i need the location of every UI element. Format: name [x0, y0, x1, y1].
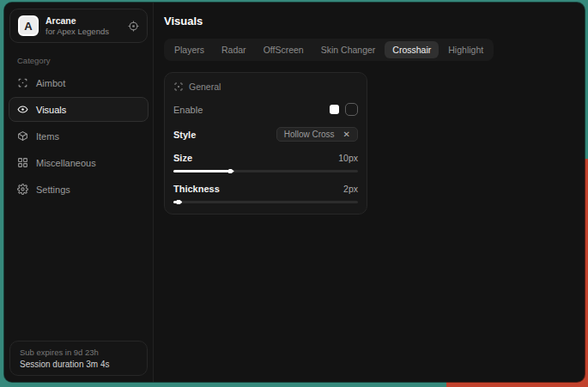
sidebar-item-label: Aimbot	[36, 78, 65, 88]
size-row: Size 10px	[173, 153, 358, 163]
sidebar-item-items[interactable]: Items	[9, 124, 149, 148]
brand-card: A Arcane for Apex Legends	[9, 9, 148, 43]
tab-skin-changer[interactable]: Skin Changer	[313, 41, 384, 58]
gear-icon	[17, 184, 28, 195]
tab-players[interactable]: Players	[167, 41, 212, 58]
visuals-tabbar: Players Radar OffScreen Skin Changer Cro…	[164, 39, 494, 61]
style-row: Style Hollow Cross ✕	[173, 127, 358, 142]
enable-keybind-box[interactable]	[345, 103, 358, 116]
sub-expires-text: Sub expires in 9d 23h	[20, 348, 137, 357]
thickness-slider-handle[interactable]	[177, 199, 183, 205]
style-label: Style	[173, 130, 196, 140]
enable-controls	[330, 103, 358, 116]
tab-offscreen[interactable]: OffScreen	[256, 41, 312, 58]
general-card: General Enable Style Hollow Cross ✕ Size…	[164, 72, 367, 215]
sidebar-item-visuals[interactable]: Visuals	[9, 97, 149, 122]
main-content: Visuals Players Radar OffScreen Skin Cha…	[154, 3, 585, 382]
size-slider-handle[interactable]	[228, 168, 234, 174]
grid-icon	[17, 157, 28, 168]
thickness-row: Thickness 2px	[173, 184, 358, 194]
target-icon[interactable]	[128, 21, 139, 32]
sidebar-item-label: Settings	[36, 184, 70, 195]
eye-icon	[17, 104, 28, 115]
app-window: A Arcane for Apex Legends Category	[4, 3, 585, 382]
app-subtitle: for Apex Legends	[45, 27, 109, 36]
enable-label: Enable	[173, 105, 203, 115]
size-slider-fill	[173, 170, 231, 172]
sidebar-item-label: Visuals	[36, 105, 66, 115]
app-title: Arcane	[45, 15, 109, 26]
enable-row: Enable	[173, 103, 358, 116]
style-selected-value: Hollow Cross	[284, 130, 335, 139]
tab-crosshair[interactable]: Crosshair	[385, 41, 439, 58]
sidebar-nav: Aimbot Visuals Items	[4, 70, 153, 203]
sidebar-item-label: Miscellaneous	[36, 158, 96, 168]
thickness-label: Thickness	[173, 184, 220, 194]
sidebar-item-aimbot[interactable]: Aimbot	[9, 70, 149, 95]
sidebar-item-settings[interactable]: Settings	[9, 177, 149, 202]
tab-highlight[interactable]: Highlight	[440, 41, 491, 58]
sidebar-item-miscellaneous[interactable]: Miscellaneous	[9, 150, 149, 175]
package-icon	[17, 130, 28, 142]
enable-checkbox[interactable]	[330, 105, 339, 114]
brand-text: Arcane for Apex Legends	[45, 15, 109, 36]
style-select[interactable]: Hollow Cross ✕	[276, 127, 358, 142]
session-duration-text: Session duration 3m 4s	[20, 360, 137, 369]
general-card-title: General	[189, 82, 221, 92]
clear-icon[interactable]: ✕	[343, 130, 350, 139]
subscription-info-card: Sub expires in 9d 23h Session duration 3…	[9, 341, 148, 376]
page-title: Visuals	[164, 15, 574, 27]
general-card-header: General	[173, 82, 358, 92]
app-logo: A	[18, 15, 39, 36]
scan-icon	[173, 82, 184, 92]
sidebar-item-label: Items	[36, 131, 59, 142]
size-slider[interactable]	[173, 170, 358, 172]
category-label: Category	[17, 56, 153, 65]
thickness-value: 2px	[343, 184, 358, 194]
size-value: 10px	[338, 153, 358, 163]
thickness-slider[interactable]	[173, 201, 358, 203]
crosshair-icon	[17, 77, 28, 88]
sidebar: A Arcane for Apex Legends Category	[4, 3, 154, 382]
tab-radar[interactable]: Radar	[214, 41, 254, 58]
size-label: Size	[173, 153, 192, 163]
